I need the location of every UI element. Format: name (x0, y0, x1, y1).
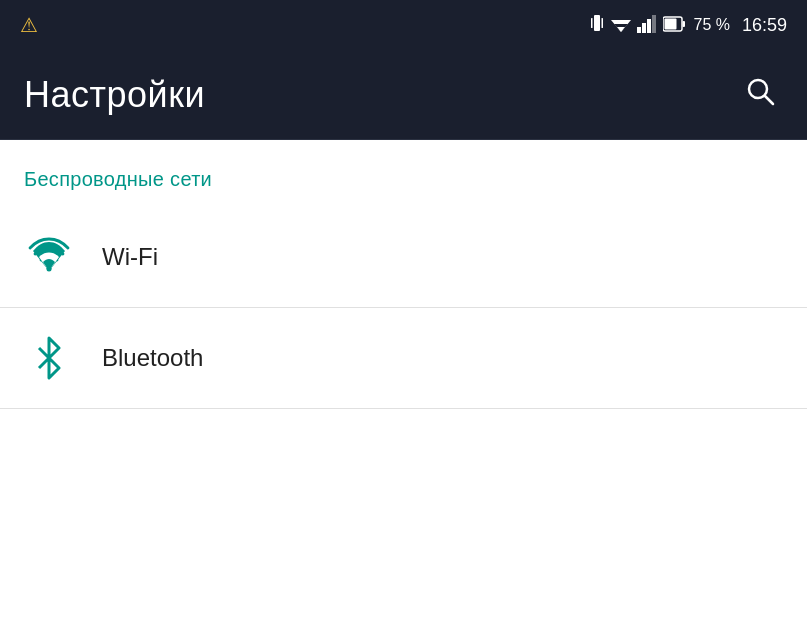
wifi-label: Wi-Fi (102, 243, 158, 271)
status-bar: ⚠ (0, 0, 807, 50)
svg-rect-0 (594, 15, 600, 31)
svg-rect-11 (683, 21, 686, 27)
svg-rect-7 (642, 23, 646, 33)
svg-marker-5 (617, 27, 625, 32)
settings-content: Беспроводные сети Wi-Fi (0, 140, 807, 625)
bluetooth-icon (24, 336, 74, 380)
bluetooth-list-item[interactable]: Bluetooth (0, 308, 807, 409)
bluetooth-label: Bluetooth (102, 344, 203, 372)
svg-line-14 (765, 96, 773, 104)
svg-rect-12 (665, 18, 677, 29)
svg-rect-6 (637, 27, 641, 33)
wifi-list-item[interactable]: Wi-Fi (0, 207, 807, 308)
wireless-section-title: Беспроводные сети (24, 168, 212, 190)
status-bar-right: 75 % 16:59 (589, 13, 787, 38)
warning-icon: ⚠ (20, 13, 38, 37)
status-bar-left: ⚠ (20, 13, 38, 37)
wifi-icon (24, 235, 74, 279)
search-button[interactable] (737, 68, 783, 121)
battery-percent: 75 % (693, 16, 729, 34)
svg-rect-8 (647, 19, 651, 33)
page-title: Настройки (24, 74, 205, 116)
svg-point-16 (47, 267, 52, 272)
vibrate-icon (589, 13, 605, 38)
svg-rect-9 (652, 15, 656, 33)
signal-icon (637, 15, 657, 36)
time: 16:59 (742, 15, 787, 36)
wireless-section-header: Беспроводные сети (0, 140, 807, 207)
svg-rect-1 (591, 18, 593, 28)
settings-list: Wi-Fi Bluetooth (0, 207, 807, 409)
svg-rect-2 (602, 18, 604, 28)
app-bar: Настройки (0, 50, 807, 140)
battery-icon (663, 15, 685, 36)
wifi-status-icon (611, 16, 631, 35)
